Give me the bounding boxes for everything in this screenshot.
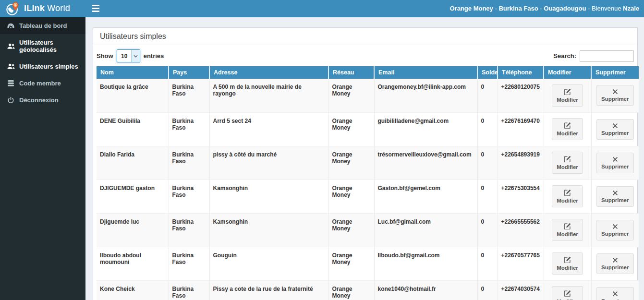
cell-pays: Burkina Faso — [169, 180, 209, 213]
page-length-select[interactable]: 10 — [117, 49, 140, 62]
cell-telephone: +22674030574 — [498, 280, 544, 300]
sidebar-item-code-membre[interactable]: Code membre — [0, 75, 85, 92]
cell-pays: Burkina Faso — [169, 112, 209, 146]
cell-nom: Kone Cheick — [97, 280, 169, 300]
table-body: Boutique la grâce Burkina Faso A 500 m d… — [97, 79, 639, 300]
column-header-pays[interactable]: Pays — [169, 66, 209, 79]
column-header-supprimer[interactable]: Supprimer — [591, 66, 639, 79]
topbar-greeting: Bienvenue — [592, 5, 623, 12]
users-icon — [7, 43, 15, 49]
cell-nom: Ilboudo abdoul moumouni — [97, 247, 169, 280]
modifier-button-label: Modifier — [557, 198, 578, 204]
sidebar-item-label: Utilisateurs simples — [19, 63, 78, 70]
topbar-context: Orange Money - Burkina Faso - Ouagadougo… — [450, 5, 639, 12]
modifier-button[interactable]: Modifier — [552, 118, 583, 140]
cell-telephone: +22676169470 — [498, 112, 544, 146]
entries-label: entries — [144, 52, 164, 60]
table-row: DJIGUEMDE gaston Burkina Faso Kamsonghin… — [97, 180, 639, 213]
cell-email: Ilboudo.bf@gmail.com — [374, 247, 477, 280]
table-row: Ilboudo abdoul moumouni Burkina Faso Gou… — [97, 247, 639, 280]
supprimer-button-label: Supprimer — [601, 231, 629, 237]
column-header-email[interactable]: Email — [374, 66, 477, 79]
edit-pencil-icon — [564, 122, 571, 129]
table-controls: Show 10 entries Search: — [93, 45, 637, 66]
cell-email: trésormerveilleuxlove@gmail.com — [374, 146, 477, 180]
supprimer-button[interactable]: Supprimer — [596, 119, 634, 140]
cell-adresse: pissy à côté du marché — [209, 146, 328, 180]
supprimer-button[interactable]: Supprimer — [596, 253, 634, 274]
cell-supprimer: Supprimer — [591, 112, 639, 146]
cell-adresse: Gouguin — [209, 247, 328, 280]
topbar-username: Nzale — [623, 5, 639, 12]
sidebar-item-label: Code membre — [19, 80, 61, 87]
x-close-icon — [612, 224, 618, 229]
sidebar-toggle-hamburger-icon[interactable] — [91, 3, 100, 14]
page-length-control: Show 10 entries — [97, 49, 164, 62]
column-header-modifier[interactable]: Modifier — [544, 66, 591, 79]
page-length-value: 10 — [117, 50, 132, 62]
modifier-button[interactable]: Modifier — [552, 185, 583, 207]
supprimer-button-label: Supprimer — [601, 130, 629, 136]
cell-email: Gaston.bf@gemel.com — [374, 180, 477, 213]
modifier-button[interactable]: Modifier — [552, 286, 583, 300]
cell-reseau: Orange Money — [328, 213, 374, 247]
column-header-telephone[interactable]: Téléphone — [498, 66, 544, 79]
supprimer-button[interactable]: Supprimer — [596, 287, 634, 300]
brand-logo[interactable]: $ iLink World — [0, 0, 85, 17]
modifier-button-label: Modifier — [557, 97, 578, 103]
cell-modifier: Modifier — [544, 213, 591, 247]
cell-solde: 0 — [477, 146, 498, 180]
cell-email: Luc.bf@gimail.com — [374, 213, 477, 247]
cell-supprimer: Supprimer — [591, 247, 639, 280]
cell-modifier: Modifier — [544, 280, 591, 300]
cell-reseau: Orange Money — [328, 280, 374, 300]
supprimer-button-label: Supprimer — [601, 264, 629, 270]
column-header-adresse[interactable]: Adresse — [209, 66, 328, 79]
sidebar-item-label: Utilisateurs géolocalisés — [19, 39, 79, 53]
users-icon — [7, 63, 15, 70]
sidebar-item-tableau-de-bord[interactable]: Tableau de bord — [0, 17, 85, 34]
search-input[interactable] — [580, 50, 634, 62]
cell-solde: 0 — [477, 280, 498, 300]
sidebar-item-utilisateurs-simples[interactable]: Utilisateurs simples — [0, 58, 85, 75]
edit-pencil-icon — [564, 88, 571, 96]
cell-adresse: Kamsonghin — [209, 180, 328, 213]
table-row: Kone Cheick Burkina Faso Pissy a cote de… — [97, 280, 639, 300]
modifier-button[interactable]: Modifier — [552, 219, 583, 241]
supprimer-button[interactable]: Supprimer — [596, 186, 634, 207]
table-header-row: Nom Pays Adresse Réseau Email Solde Télé… — [97, 66, 639, 79]
edit-pencil-icon — [564, 256, 571, 264]
table-row: Djiguemde luc Burkina Faso Kamsonghin Or… — [97, 213, 639, 247]
modifier-button-label: Modifier — [557, 164, 578, 170]
cell-reseau: Orange Money — [328, 247, 374, 280]
column-header-reseau[interactable]: Réseau — [328, 66, 374, 79]
cell-modifier: Modifier — [544, 146, 591, 180]
column-header-solde[interactable]: Solde — [477, 66, 498, 79]
cell-pays: Burkina Faso — [169, 247, 209, 280]
cell-reseau: Orange Money — [328, 180, 374, 213]
cell-email: kone1040@hotmail.fr — [374, 280, 477, 300]
table-row: DENE Guibilila Burkina Faso Arrd 5 sect … — [97, 112, 639, 146]
x-close-icon — [612, 257, 618, 263]
cell-supprimer: Supprimer — [591, 146, 639, 180]
cell-email: Orangemoney.bf@ilink-app.com — [374, 79, 477, 112]
cell-pays: Burkina Faso — [169, 213, 209, 247]
cell-nom: DENE Guibilila — [97, 112, 169, 146]
modifier-button[interactable]: Modifier — [552, 152, 583, 174]
supprimer-button[interactable]: Supprimer — [596, 85, 634, 106]
topbar-network: Orange Money — [450, 5, 493, 12]
edit-pencil-icon — [564, 223, 571, 230]
cell-solde: 0 — [477, 112, 498, 146]
sidebar-item-deconnexion[interactable]: Déconnexion — [0, 92, 85, 108]
cell-pays: Burkina Faso — [169, 280, 209, 300]
supprimer-button[interactable]: Supprimer — [596, 220, 634, 240]
users-table: Nom Pays Adresse Réseau Email Solde Télé… — [97, 66, 639, 300]
sidebar: Tableau de bord Utilisateurs géolocalisé… — [0, 17, 85, 300]
supprimer-button[interactable]: Supprimer — [596, 153, 634, 173]
modifier-button-label: Modifier — [557, 265, 578, 271]
sidebar-item-utilisateurs-geolocalises[interactable]: Utilisateurs géolocalisés — [0, 34, 85, 58]
modifier-button[interactable]: Modifier — [552, 252, 583, 275]
column-header-nom[interactable]: Nom — [97, 66, 169, 79]
modifier-button[interactable]: Modifier — [552, 84, 583, 107]
cell-adresse: Kamsonghin — [209, 213, 328, 247]
